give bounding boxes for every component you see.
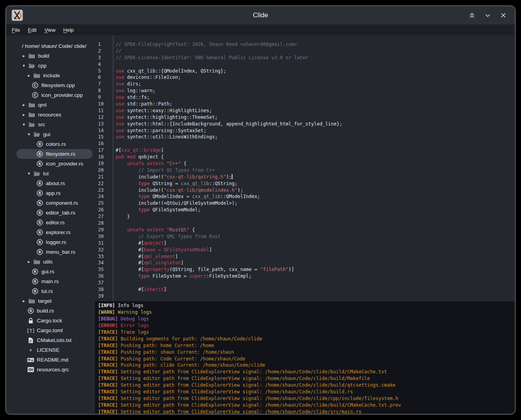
tree-item-icon-provider-rs[interactable]: Ricon_provider.rs: [16, 159, 93, 169]
menu-help[interactable]: Help: [59, 26, 78, 34]
tree-item-src[interactable]: ▾src: [16, 120, 93, 129]
code-line-7[interactable]: 7use dirs;: [95, 81, 515, 87]
tree-item-tui[interactable]: ▾tui: [16, 169, 93, 178]
svg-text:C: C: [34, 93, 36, 97]
code-line-10[interactable]: 10use std::path::Path;: [95, 101, 515, 107]
code-line-6[interactable]: 6use devicons::FileIcon;: [95, 74, 515, 81]
code-line-37[interactable]: 37: [95, 280, 515, 286]
code-line-29[interactable]: 29 unsafe extern "RustQt" {: [95, 227, 515, 233]
chevron-collapsed-icon[interactable]: ▸: [28, 259, 33, 264]
tree-item-editor-rs[interactable]: Reditor.rs: [16, 218, 93, 227]
code-line-12[interactable]: 12use syntect::highlighting::ThemeSet;: [95, 114, 515, 121]
code-line-27[interactable]: 27 }: [95, 213, 515, 220]
tree-item-resources[interactable]: ▸resources: [16, 110, 93, 120]
restore-button[interactable]: [467, 10, 477, 20]
code-line-1[interactable]: 1// SPDX-FileCopyrightText: 2026, Shaun …: [95, 41, 515, 48]
code-line-20[interactable]: 20 // Import Qt Types from C++: [95, 167, 515, 174]
code-line-23[interactable]: 23 include!("cxx-qt-lib/qmodelindex.h");: [95, 187, 515, 194]
code-line-15[interactable]: 15use syntect::util::LinesWithEndings;: [95, 134, 515, 140]
code-line-2[interactable]: 2//: [95, 48, 515, 55]
tree-item-target[interactable]: ▸target: [16, 296, 93, 306]
tree-item-resources-qrc[interactable]: Qtresources.qrc: [16, 365, 93, 375]
code-line-25[interactable]: 25 include!(<QtGui/QFileSystemModel>);: [95, 200, 515, 207]
code-line-13[interactable]: 13use syntect::html::{IncludeBackground,…: [95, 121, 515, 127]
tree-item-about-rs[interactable]: Rabout.rs: [16, 178, 93, 188]
code-line-18[interactable]: 18pub mod qobject {: [95, 154, 515, 160]
code-line-35[interactable]: 35 #[qproperty(QString, file_path, cxx_n…: [95, 266, 515, 273]
tree-item-gui-rs[interactable]: Rgui.rs: [16, 267, 93, 276]
chevron-collapsed-icon[interactable]: ▸: [23, 53, 28, 58]
code-line-28[interactable]: 28: [95, 220, 515, 227]
tree-item-component-rs[interactable]: Rcomponent.rs: [16, 198, 93, 208]
chevron-collapsed-icon[interactable]: ▸: [23, 112, 28, 117]
tree-item-filesystem-rs[interactable]: Rfilesystem.rs: [16, 149, 93, 159]
code-line-33[interactable]: 33 #[qml_element]: [95, 253, 515, 260]
log-panel[interactable]: [INFO] Info logs[WARN] Warning logs[DEBU…: [95, 301, 515, 415]
chevron-collapsed-icon[interactable]: ▸: [23, 298, 28, 304]
code-editor[interactable]: 1// SPDX-FileCopyrightText: 2026, Shaun …: [95, 35, 515, 301]
tree-item-filesystem-cpp[interactable]: Cfilesystem.cpp: [16, 80, 93, 90]
code-line-19[interactable]: 19 unsafe extern "C++" {: [95, 160, 515, 167]
tree-item-app-rs[interactable]: Rapp.rs: [16, 188, 93, 198]
tree-item-gui[interactable]: ▾gui: [16, 129, 93, 139]
tree-item-cmakelists-txt[interactable]: CMakeLists.txt: [16, 335, 93, 345]
tree-item-icon-provider-cpp[interactable]: Cicon_provider.cpp: [16, 90, 93, 100]
code-line-3[interactable]: 3// SPDX-License-Identifier: GNU General…: [95, 55, 515, 61]
code-line-26[interactable]: 26 type QFileSystemModel;: [95, 207, 515, 213]
code-line-32[interactable]: 32 #[base = QFileSystemModel]: [95, 247, 515, 253]
tree-item-include[interactable]: ▸include: [16, 71, 93, 80]
tree-item-build[interactable]: ▸build: [16, 51, 93, 61]
tree-item-build-rs[interactable]: Rbuild.rs: [16, 306, 93, 316]
code-line-38[interactable]: 38 #[inherit]: [95, 286, 515, 293]
code-line-22[interactable]: 22 type QString = cxx_qt_lib::QString;: [95, 180, 515, 187]
tree-item-cpp[interactable]: ▾cpp: [16, 61, 93, 71]
chevron-expanded-icon[interactable]: ▾: [23, 122, 28, 127]
tree-item-colors-rs[interactable]: Rcolors.rs: [16, 139, 93, 149]
chevron-expanded-icon[interactable]: ▾: [28, 171, 33, 176]
code-line-21[interactable]: 21 include!("cxx-qt-lib/qstring.h");: [95, 174, 515, 180]
tree-item-cargo-lock[interactable]: Cargo.lock: [16, 316, 93, 325]
code-line-9[interactable]: 9use std::fs;: [95, 94, 515, 101]
code-line-39[interactable]: 39: [95, 293, 515, 300]
tree-item-qml[interactable]: ▸qml: [16, 100, 93, 110]
code-line-17[interactable]: 17#[cxx_qt::bridge]: [95, 147, 515, 154]
log-entry-info: [INFO] Info logs: [98, 302, 515, 309]
code-line-4[interactable]: 4: [95, 61, 515, 68]
tree-item-label: gui.rs: [42, 269, 54, 275]
tree-item-explorer-rs[interactable]: Rexplorer.rs: [16, 227, 93, 237]
menu-view[interactable]: View: [40, 26, 59, 34]
file-explorer[interactable]: / home/ shaun/ Code/ clide/ ▸build▾cpp▸i…: [6, 35, 95, 415]
tree-item-readme-md[interactable]: README.md: [16, 355, 93, 365]
tree-item-editor-tab-rs[interactable]: Reditor_tab.rs: [16, 208, 93, 218]
tree-item-cargo-toml[interactable]: [T]Cargo.toml: [16, 325, 93, 335]
svg-text:R: R: [29, 309, 32, 313]
tree-item-label: qml: [38, 102, 47, 108]
chevron-collapsed-icon[interactable]: ▸: [28, 73, 33, 78]
menu-edit[interactable]: Edit: [24, 26, 40, 34]
code-line-24[interactable]: 24 type QModelIndex = cxx_qt_lib::QModel…: [95, 193, 515, 200]
chevron-expanded-icon[interactable]: ▾: [28, 132, 33, 137]
tree-item-logger-rs[interactable]: Rlogger.rs: [16, 237, 93, 247]
tree-item-utils[interactable]: ▸utils: [16, 257, 93, 267]
close-button[interactable]: [498, 10, 508, 20]
chevron-collapsed-icon[interactable]: ▸: [23, 102, 28, 107]
minimize-button[interactable]: [483, 10, 493, 20]
chevron-expanded-icon[interactable]: ▾: [23, 63, 28, 68]
menu-file[interactable]: File: [8, 26, 24, 34]
code-line-14[interactable]: 14use syntect::parsing::SyntaxSet;: [95, 127, 515, 134]
rust-file-icon: R: [32, 269, 39, 275]
tree-item-license[interactable]: ✶LICENSE: [16, 345, 93, 355]
tree-item-menu-bar-rs[interactable]: Rmenu_bar.rs: [16, 247, 93, 257]
title-bar[interactable]: Clide: [6, 6, 515, 24]
code-line-31[interactable]: 31 #[qobject]: [95, 240, 515, 247]
code-text: }: [116, 213, 130, 220]
code-line-11[interactable]: 11use syntect::easy::HighlightLines;: [95, 107, 515, 114]
code-line-5[interactable]: 5use cxx_qt_lib::{QModelIndex, QString};: [95, 68, 515, 75]
code-line-34[interactable]: 34 #[qml_singleton]: [95, 260, 515, 266]
code-line-16[interactable]: 16: [95, 140, 515, 147]
tree-item-tui-rs[interactable]: Rtui.rs: [16, 286, 93, 296]
code-line-36[interactable]: 36 type FileSystem = super::FileSystemIm…: [95, 273, 515, 280]
code-line-8[interactable]: 8use log::warn;: [95, 87, 515, 94]
tree-item-main-rs[interactable]: Rmain.rs: [16, 276, 93, 286]
code-line-30[interactable]: 30 // Export QML Types from Rust: [95, 233, 515, 240]
